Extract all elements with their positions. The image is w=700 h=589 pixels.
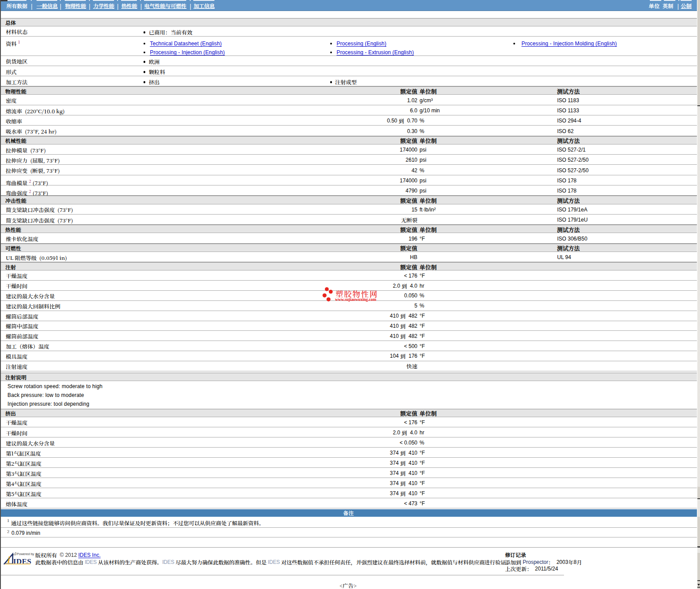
svg-text:Powered by: Powered by <box>17 552 34 556</box>
